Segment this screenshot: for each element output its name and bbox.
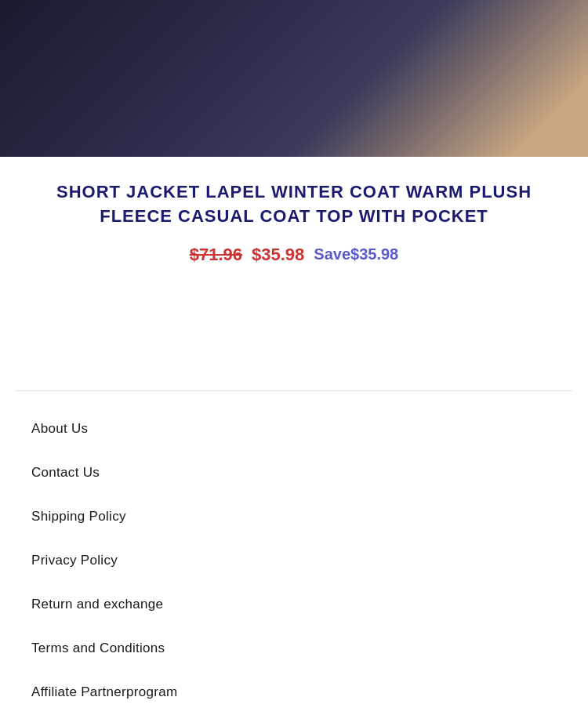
nav-link-about-us[interactable]: About Us xyxy=(31,407,557,451)
nav-link-shipping-policy[interactable]: Shipping Policy xyxy=(31,495,557,539)
product-image xyxy=(0,0,588,157)
nav-link-return-exchange[interactable]: Return and exchange xyxy=(31,583,557,626)
original-price: $71.96 xyxy=(190,245,242,265)
nav-link-privacy-policy[interactable]: Privacy Policy xyxy=(31,539,557,583)
save-amount: Save$35.98 xyxy=(314,245,398,263)
nav-link-terms-conditions[interactable]: Terms and Conditions xyxy=(31,626,557,670)
footer-nav: About UsContact UsShipping PolicyPrivacy… xyxy=(0,391,588,726)
product-title: SHORT JACKET LAPEL WINTER COAT WARM PLUS… xyxy=(31,180,557,229)
nav-link-contact-us[interactable]: Contact Us xyxy=(31,451,557,495)
nav-link-payment-methods[interactable]: Payment Methods xyxy=(31,714,557,726)
sale-price: $35.98 xyxy=(252,245,304,265)
price-row: $71.96 $35.98 Save$35.98 xyxy=(31,245,557,265)
nav-link-affiliate[interactable]: Affiliate Partnerprogram xyxy=(31,670,557,714)
spacer xyxy=(0,296,588,390)
product-info: SHORT JACKET LAPEL WINTER COAT WARM PLUS… xyxy=(0,157,588,296)
